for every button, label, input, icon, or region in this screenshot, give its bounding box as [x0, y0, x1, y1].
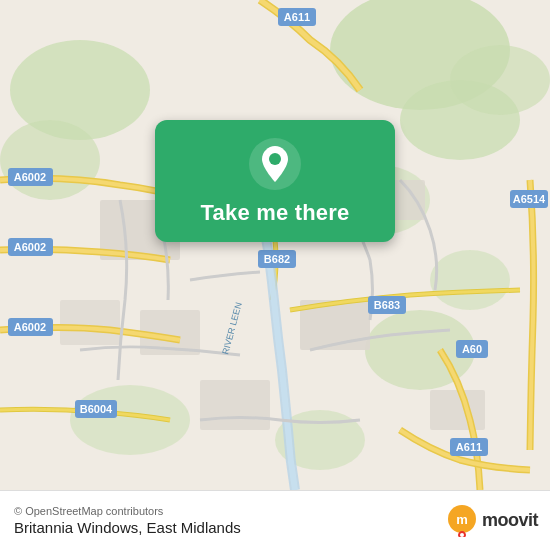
svg-text:A6002: A6002	[14, 321, 46, 333]
svg-point-3	[450, 45, 550, 115]
moovit-icon: m	[446, 505, 478, 537]
svg-text:A6514: A6514	[513, 193, 546, 205]
cta-label: Take me there	[201, 200, 350, 226]
bottom-info: © OpenStreetMap contributors Britannia W…	[14, 505, 241, 536]
svg-text:A6002: A6002	[14, 241, 46, 253]
moovit-wordmark: moovit	[482, 510, 538, 531]
svg-rect-16	[60, 300, 120, 345]
svg-text:A611: A611	[284, 11, 310, 23]
svg-point-44	[460, 533, 464, 537]
location-pin-icon	[249, 138, 301, 190]
svg-text:B6004: B6004	[80, 403, 113, 415]
moovit-logo: m moovit	[446, 505, 538, 537]
cta-button[interactable]: Take me there	[155, 120, 395, 242]
svg-point-7	[430, 250, 510, 310]
svg-text:B683: B683	[374, 299, 400, 311]
svg-text:m: m	[456, 512, 468, 527]
svg-text:B682: B682	[264, 253, 290, 265]
copyright-text: © OpenStreetMap contributors	[14, 505, 241, 517]
svg-text:A611: A611	[456, 441, 482, 453]
svg-rect-17	[430, 390, 485, 430]
svg-point-9	[70, 385, 190, 455]
svg-text:A60: A60	[462, 343, 482, 355]
svg-rect-15	[200, 380, 270, 430]
map-area: A611 A6002 A6002 A6002 B682 B683 B6004 A…	[0, 0, 550, 490]
svg-text:A6002: A6002	[14, 171, 46, 183]
bottom-bar: © OpenStreetMap contributors Britannia W…	[0, 490, 550, 550]
svg-point-41	[269, 153, 281, 165]
svg-point-5	[0, 120, 100, 200]
location-text: Britannia Windows, East Midlands	[14, 519, 241, 536]
